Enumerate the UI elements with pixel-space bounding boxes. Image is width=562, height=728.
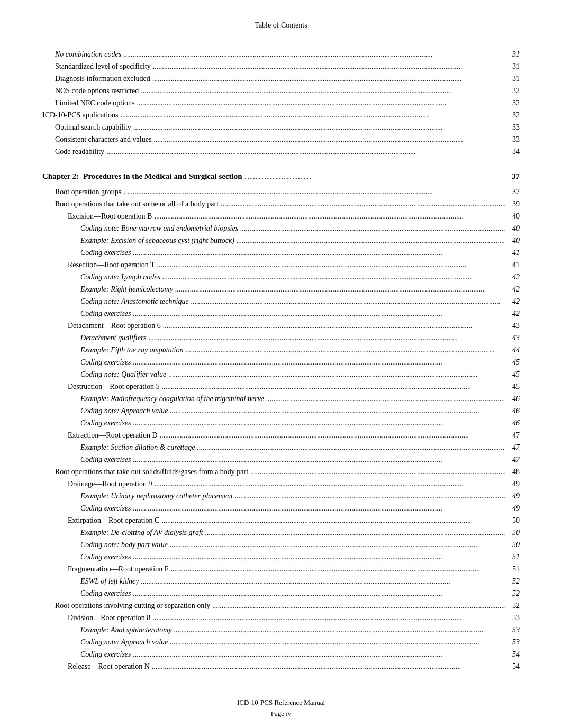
dots: ........................................…: [237, 235, 505, 246]
dots: ........................................…: [161, 515, 505, 526]
entry-text: Optimal search capability: [55, 122, 131, 133]
entry-text: Coding note: Approach value: [80, 636, 168, 648]
entry-text: Coding note: Qualifier value: [80, 369, 166, 380]
page-number: 31: [507, 49, 520, 60]
page-number: 52: [507, 576, 520, 587]
dots: ........................................…: [175, 284, 505, 295]
dots: ........................................…: [197, 442, 505, 453]
toc-entry: Coding exercises .......................…: [42, 357, 520, 368]
dots: ........................................…: [160, 430, 505, 441]
page-number: 52: [507, 588, 520, 599]
entry-text: Root operations involving cutting or sep…: [55, 600, 210, 611]
page-number: 53: [507, 636, 520, 648]
dots: ........................................…: [157, 259, 505, 270]
page-number: 31: [507, 73, 520, 84]
dots: ........................................…: [141, 576, 505, 587]
toc-entry: Root operations involving cutting or sep…: [42, 600, 520, 611]
toc-entry: NOS code options restricted ............…: [42, 85, 520, 96]
page-number: 40: [507, 211, 520, 222]
dots: ........................................…: [152, 73, 505, 84]
page-number: 54: [507, 661, 520, 672]
entry-text: Coding note: Bone marrow and endometrial…: [80, 223, 238, 234]
page-number: 53: [507, 612, 520, 623]
toc-entry: Example: Urinary nephrostomy catheter pl…: [42, 490, 520, 502]
page-header: Table of Contents: [42, 21, 520, 30]
dots: ........................................…: [154, 211, 505, 222]
entry-text: Coding exercises: [80, 588, 131, 599]
toc-entry: Example: Right hemicolectomy ...........…: [42, 284, 520, 295]
toc-entry: Drainage—Root operation 9 ..............…: [42, 478, 520, 489]
entry-text: Example: Excision of sebaceous cyst (rig…: [80, 235, 234, 246]
dots: ........................................…: [161, 381, 505, 392]
entry-text: Root operations that take out solids/flu…: [55, 466, 248, 477]
dots: ........................................…: [212, 600, 505, 611]
top-entries-section: No combination codes ...................…: [42, 49, 520, 157]
entry-text: Example: Fifth toe ray amputation: [80, 344, 183, 356]
page-number: 37: [507, 186, 520, 197]
toc-entry: ESWL of left kidney ....................…: [42, 576, 520, 587]
toc-entry: Example: Radiofrequency coagulation of t…: [42, 393, 520, 404]
entry-text: Consistent characters and values: [55, 134, 151, 145]
toc-entry: Coding note: body part value ...........…: [42, 539, 520, 550]
toc-entry: Excision—Root operation B ..............…: [42, 211, 520, 222]
toc-entry: ICD-10-PCS applications ................…: [42, 110, 520, 121]
dots: ........................................…: [133, 503, 505, 514]
toc-entry: Coding exercises .......................…: [42, 588, 520, 599]
toc-entry: Coding exercises .......................…: [42, 247, 520, 258]
dots: ........................................…: [133, 247, 505, 258]
page-number: 42: [507, 296, 520, 307]
dots: ........................................…: [137, 97, 505, 108]
toc-entry: Coding note: Anastomotic technique .....…: [42, 296, 520, 307]
entry-text: Example: Radiofrequency coagulation of t…: [80, 393, 264, 404]
page-number: 46: [507, 417, 520, 429]
entry-text: Diagnosis information excluded: [55, 73, 150, 84]
page-number: 31: [507, 61, 520, 72]
dots: ........................................…: [170, 539, 505, 550]
toc-entry: Example: Anal sphincterotomy ...........…: [42, 624, 520, 635]
entry-text: Extraction—Root operation D: [68, 430, 158, 441]
entry-text: Coding exercises: [80, 649, 131, 660]
dots: ........................................…: [154, 478, 505, 489]
chapter-page-number: 37: [507, 172, 520, 181]
page-number: 32: [507, 110, 520, 121]
entry-text: Coding note: Lymph nodes: [80, 271, 160, 283]
dots: ........................................…: [153, 61, 505, 72]
entry-text: Release—Root operation N: [68, 661, 150, 672]
page-number: 42: [507, 284, 520, 295]
entry-text: Example: De-clotting of AV dialysis graf…: [80, 527, 203, 538]
toc-entry: Coding exercises .......................…: [42, 454, 520, 465]
toc-entry: Release—Root operation N ...............…: [42, 661, 520, 672]
toc-entry: Example: Fifth toe ray amputation ......…: [42, 344, 520, 356]
dots: ........................................…: [162, 271, 505, 283]
page-number: 33: [507, 122, 520, 133]
page-footer: ICD-10-PCS Reference Manual Page iv: [42, 697, 520, 720]
dots: ........................................…: [133, 588, 505, 599]
page-number: 33: [507, 134, 520, 145]
dots: ........................................…: [235, 490, 505, 502]
entry-text: Coding exercises: [80, 308, 131, 319]
entry-text: Extirpation—Root operation C: [68, 515, 159, 526]
chapter-entries-section: Root operation groups ..................…: [42, 186, 520, 672]
entry-text: Destruction—Root operation 5: [68, 381, 159, 392]
dots: ........................................…: [133, 417, 505, 429]
dots: ........................................…: [250, 466, 505, 477]
chapter-heading: Chapter 2: Procedures in the Medical and…: [42, 172, 520, 181]
toc-entry: Coding exercises .......................…: [42, 551, 520, 562]
dots: ........................................…: [153, 134, 505, 145]
entry-text: Example: Suction dilation & curettage: [80, 442, 195, 453]
page-number: 53: [507, 624, 520, 635]
dots: ........................................…: [133, 454, 505, 465]
entry-text: Drainage—Root operation 9: [68, 478, 152, 489]
dots: ........................................…: [133, 551, 505, 562]
toc-entry: Coding note: Approach value ............…: [42, 405, 520, 416]
page-number: 50: [507, 539, 520, 550]
toc-entry: Destruction—Root operation 5 ...........…: [42, 381, 520, 392]
dots: ........................................…: [123, 186, 505, 197]
dots: ........................................…: [221, 198, 505, 210]
page-number: 45: [507, 381, 520, 392]
chapter-dots: ……………………: [244, 172, 505, 181]
toc-entry: Coding exercises .......................…: [42, 308, 520, 319]
page-number: 47: [507, 442, 520, 453]
dots: ........................................…: [174, 624, 505, 635]
toc-entry: Fragmentation—Root operation F .........…: [42, 563, 520, 575]
